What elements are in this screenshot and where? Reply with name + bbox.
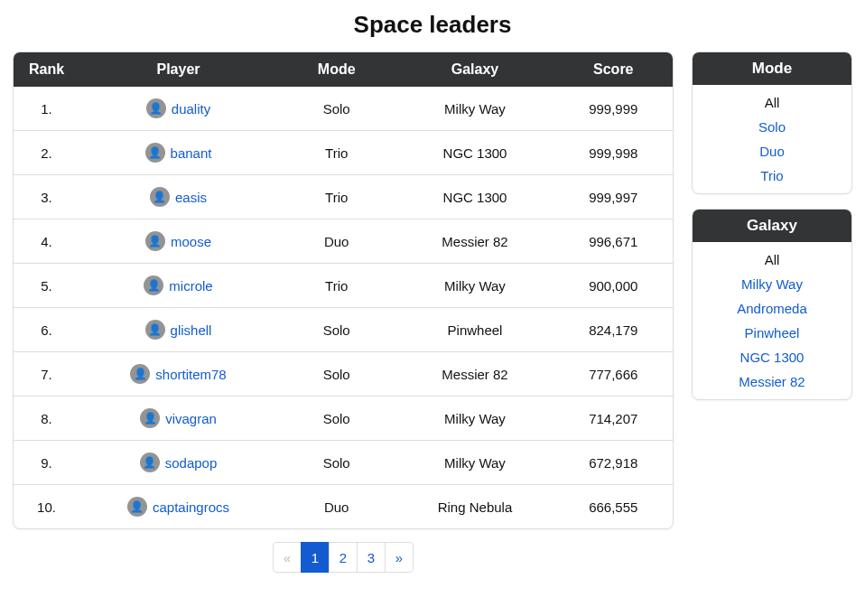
galaxy-cell: NGC 1300 [395, 175, 553, 219]
filter-list-galaxy: AllMilky WayAndromedaPinwheelNGC 1300Mes… [693, 242, 851, 399]
pagination: «123» [273, 542, 414, 573]
mode-cell: Trio [277, 264, 395, 308]
column-header-player: Player [79, 52, 277, 87]
filter-item: Duo [693, 139, 851, 163]
score-cell: 672,918 [554, 441, 673, 485]
table-row: 8.👤vivagranSoloMilky Way714,207 [14, 397, 673, 441]
avatar-icon: 👤 [145, 320, 165, 340]
mode-cell: Duo [277, 485, 395, 529]
column-header-rank: Rank [14, 52, 79, 87]
filter-link[interactable]: Solo [758, 119, 786, 135]
rank-cell: 2. [14, 131, 79, 175]
rank-cell: 6. [14, 308, 79, 352]
score-cell: 999,998 [554, 131, 673, 175]
filter-link[interactable]: Trio [760, 168, 783, 183]
table-row: 6.👤glishellSoloPinwheel824,179 [14, 308, 673, 352]
score-cell: 900,000 [554, 264, 673, 308]
player-link[interactable]: duality [172, 101, 210, 117]
filter-list-mode: AllSoloDuoTrio [693, 85, 851, 193]
page-prev[interactable]: « [273, 542, 302, 573]
filter-link[interactable]: Messier 82 [739, 374, 805, 389]
mode-cell: Solo [277, 87, 395, 131]
player-link[interactable]: captaingrocs [153, 499, 229, 515]
score-cell: 996,671 [554, 219, 673, 264]
player-cell: 👤shortitem78 [79, 352, 277, 397]
player-link[interactable]: glishell [171, 322, 212, 338]
player-cell: 👤vivagran [79, 397, 277, 441]
filter-link[interactable]: Andromeda [737, 301, 807, 316]
rank-cell: 4. [14, 219, 79, 264]
player-cell: 👤moose [79, 219, 277, 264]
filter-panel-galaxy: Galaxy AllMilky WayAndromedaPinwheelNGC … [692, 209, 852, 400]
filter-item-active: All [693, 247, 851, 272]
page-next[interactable]: » [385, 542, 414, 573]
score-cell: 824,179 [554, 308, 673, 352]
avatar-icon: 👤 [140, 408, 160, 428]
avatar-icon: 👤 [144, 275, 163, 295]
mode-cell: Duo [277, 219, 395, 264]
leaderboard-panel: Rank Player Mode Galaxy Score 1.👤duality… [13, 51, 674, 529]
mode-cell: Solo [277, 308, 395, 352]
player-cell: 👤sodapop [79, 441, 277, 485]
player-cell: 👤captaingrocs [79, 485, 277, 529]
filter-item: Solo [693, 115, 851, 139]
table-row: 3.👤easisTrioNGC 1300999,997 [14, 175, 673, 219]
score-cell: 666,555 [554, 485, 673, 529]
filter-item: Messier 82 [693, 369, 851, 394]
avatar-icon: 👤 [130, 364, 150, 384]
rank-cell: 8. [14, 397, 79, 441]
score-cell: 999,999 [554, 87, 673, 131]
player-link[interactable]: banant [171, 145, 212, 161]
player-cell: 👤banant [79, 131, 277, 175]
galaxy-cell: Milky Way [395, 264, 553, 308]
player-link[interactable]: moose [171, 234, 211, 249]
page-number[interactable]: 3 [357, 542, 386, 573]
galaxy-cell: Milky Way [395, 397, 553, 441]
filter-link[interactable]: Duo [759, 144, 785, 159]
filter-link[interactable]: NGC 1300 [740, 350, 805, 365]
avatar-icon: 👤 [145, 143, 165, 163]
galaxy-cell: Milky Way [395, 441, 553, 485]
filter-item: NGC 1300 [693, 345, 851, 369]
galaxy-cell: Pinwheel [395, 308, 553, 352]
rank-cell: 7. [14, 352, 79, 397]
table-row: 10.👤captaingrocsDuoRing Nebula666,555 [14, 485, 673, 529]
mode-cell: Solo [277, 352, 395, 397]
avatar-icon: 👤 [145, 231, 165, 251]
player-link[interactable]: shortitem78 [155, 367, 226, 382]
table-row: 4.👤mooseDuoMessier 82996,671 [14, 219, 673, 264]
rank-cell: 5. [14, 264, 79, 308]
avatar-icon: 👤 [140, 453, 160, 472]
column-header-mode: Mode [277, 52, 395, 87]
player-link[interactable]: microle [169, 278, 212, 294]
player-link[interactable]: easis [175, 190, 207, 205]
avatar-icon: 👤 [146, 98, 166, 118]
galaxy-cell: NGC 1300 [395, 131, 553, 175]
score-cell: 777,666 [554, 352, 673, 397]
page-number[interactable]: 1 [301, 542, 330, 573]
player-link[interactable]: vivagran [165, 411, 217, 426]
mode-cell: Trio [277, 131, 395, 175]
avatar-icon: 👤 [127, 497, 147, 517]
page-number[interactable]: 2 [329, 542, 358, 573]
avatar-icon: 👤 [150, 187, 170, 207]
filter-item: Trio [693, 163, 851, 188]
table-row: 2.👤banantTrioNGC 1300999,998 [14, 131, 673, 175]
filter-item: Milky Way [693, 272, 851, 296]
rank-cell: 3. [14, 175, 79, 219]
mode-cell: Trio [277, 175, 395, 219]
rank-cell: 10. [14, 485, 79, 529]
page-title: Space leaders [13, 11, 852, 39]
table-row: 1.👤dualitySoloMilky Way999,999 [14, 87, 673, 131]
filter-title-mode: Mode [693, 52, 851, 85]
filter-link[interactable]: Milky Way [741, 276, 803, 292]
rank-cell: 9. [14, 441, 79, 485]
filter-title-galaxy: Galaxy [693, 210, 851, 242]
score-cell: 999,997 [554, 175, 673, 219]
galaxy-cell: Messier 82 [395, 352, 553, 397]
player-cell: 👤easis [79, 175, 277, 219]
filter-link[interactable]: Pinwheel [745, 325, 800, 341]
leaderboard-table: Rank Player Mode Galaxy Score 1.👤duality… [14, 52, 673, 528]
player-link[interactable]: sodapop [165, 455, 218, 471]
mode-cell: Solo [277, 397, 395, 441]
